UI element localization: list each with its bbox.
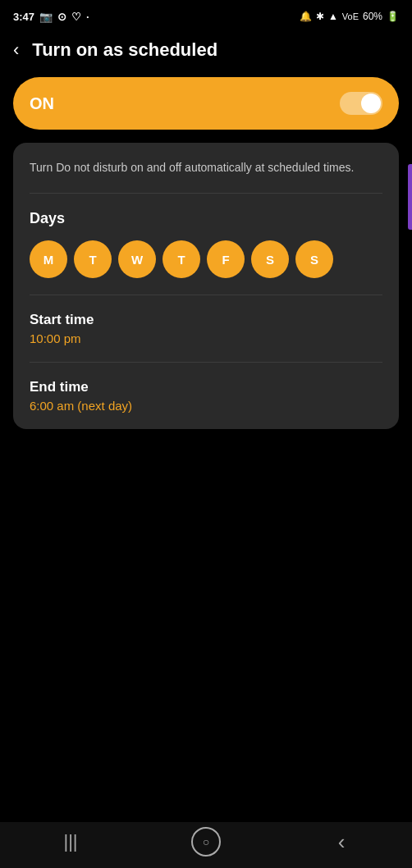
day-sunday[interactable]: S bbox=[295, 240, 333, 278]
status-bar: 3:47 📷 ⊙ ♡ · 🔔 ✱ ▲ VoE 60% 🔋 bbox=[0, 0, 412, 30]
end-time-label: End time bbox=[30, 379, 382, 395]
description-text: Turn Do not disturb on and off automatic… bbox=[30, 161, 354, 174]
battery-icon: 🔋 bbox=[387, 11, 399, 22]
day-saturday[interactable]: S bbox=[251, 240, 289, 278]
day-tuesday[interactable]: T bbox=[74, 240, 112, 278]
alarm-icon: 🔔 bbox=[300, 11, 312, 22]
days-label: Days bbox=[30, 210, 382, 227]
back-nav-button[interactable]: ‹ bbox=[321, 825, 362, 858]
camera-icon: 📷 bbox=[39, 11, 53, 23]
start-time-value: 10:00 pm bbox=[30, 331, 382, 345]
start-time-label: Start time bbox=[30, 312, 382, 328]
status-time: 3:47 bbox=[13, 11, 34, 23]
toggle-switch[interactable] bbox=[340, 92, 382, 115]
toggle-row[interactable]: ON bbox=[13, 77, 399, 130]
battery-text: 60% bbox=[363, 11, 382, 22]
bluetooth-icon: ✱ bbox=[316, 11, 324, 22]
page-title: Turn on as scheduled bbox=[32, 39, 217, 61]
focus-icon: ⊙ bbox=[57, 11, 66, 23]
days-row: M T W T F S S bbox=[30, 240, 382, 278]
day-wednesday[interactable]: W bbox=[118, 240, 156, 278]
back-button[interactable]: ‹ bbox=[13, 39, 19, 61]
heart-icon: ♡ bbox=[71, 11, 81, 23]
toggle-knob bbox=[361, 94, 381, 113]
bottom-nav: ||| ○ ‹ bbox=[0, 822, 412, 868]
signal-icon: VoE bbox=[342, 11, 359, 21]
start-time-section[interactable]: Start time 10:00 pm bbox=[13, 295, 399, 362]
days-section: Days M T W T F S S bbox=[13, 194, 399, 295]
status-left: 3:47 📷 ⊙ ♡ · bbox=[13, 11, 89, 23]
description-section: Turn Do not disturb on and off automatic… bbox=[13, 143, 399, 193]
day-friday[interactable]: F bbox=[207, 240, 245, 278]
right-accent-bar bbox=[408, 164, 412, 230]
toggle-label: ON bbox=[30, 94, 54, 113]
status-right: 🔔 ✱ ▲ VoE 60% 🔋 bbox=[300, 11, 399, 22]
end-time-section[interactable]: End time 6:00 am (next day) bbox=[13, 363, 399, 429]
header: ‹ Turn on as scheduled bbox=[0, 30, 412, 74]
schedule-card: Turn Do not disturb on and off automatic… bbox=[13, 143, 399, 429]
end-time-value: 6:00 am (next day) bbox=[30, 399, 382, 413]
day-thursday[interactable]: T bbox=[163, 240, 200, 278]
home-button[interactable]: ○ bbox=[191, 827, 221, 857]
recent-apps-button[interactable]: ||| bbox=[50, 825, 91, 858]
wifi-icon: ▲ bbox=[328, 11, 338, 22]
day-monday[interactable]: M bbox=[30, 240, 67, 278]
dot-icon: · bbox=[86, 11, 89, 23]
